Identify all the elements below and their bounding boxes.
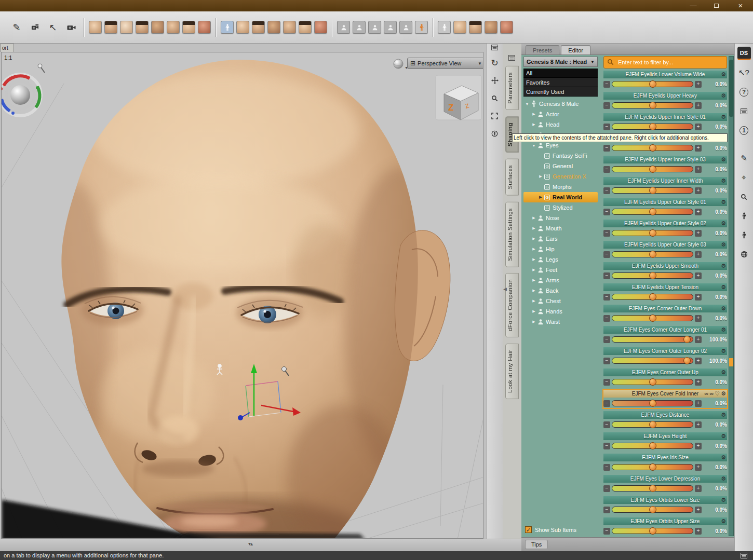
frame-tool-icon[interactable] — [488, 108, 502, 123]
slider-handle[interactable] — [649, 463, 656, 471]
tree-item[interactable]: ▶Legs — [523, 254, 598, 265]
scrollbar-thumb[interactable] — [729, 60, 733, 117]
filter-input[interactable] — [603, 56, 727, 69]
nudge-up-button[interactable]: + — [695, 81, 702, 88]
tree-filter-favorites[interactable]: Favorites — [523, 78, 598, 87]
nudge-up-button[interactable]: + — [695, 124, 702, 130]
tree-item[interactable]: ▶Actor — [523, 109, 598, 119]
nudge-down-button[interactable]: − — [603, 251, 610, 258]
aim-tool-icon[interactable] — [488, 126, 502, 141]
nudge-down-button[interactable]: − — [603, 81, 610, 88]
nudge-down-button[interactable]: − — [603, 209, 610, 215]
expand-closed-icon[interactable]: ▶ — [531, 237, 536, 241]
face-preset-7[interactable] — [182, 21, 195, 34]
pane-menu-icon[interactable] — [491, 45, 499, 51]
slider-header[interactable]: EJFM Eyelids Lower Volume Wide⚙ — [603, 71, 727, 78]
expand-closed-icon[interactable]: ▶ — [531, 309, 536, 313]
slider-track[interactable] — [612, 294, 693, 300]
nudge-up-button[interactable]: + — [695, 464, 702, 471]
slider-gear-icon[interactable]: ⚙ — [721, 368, 726, 376]
slider-gear-icon[interactable]: ⚙ — [721, 347, 726, 355]
maximize-button[interactable] — [708, 0, 724, 11]
tree-item[interactable]: GGeneral — [523, 161, 598, 171]
collapse-handle-icon[interactable]: ▾▴ — [248, 541, 252, 547]
slider-track[interactable] — [612, 230, 693, 236]
slider-gear-icon[interactable]: ⚙ — [721, 454, 726, 461]
slider-header[interactable]: EJFM Eyelids Upper Tension⚙ — [603, 283, 727, 291]
slider-handle[interactable] — [649, 144, 656, 152]
slider-handle[interactable] — [649, 80, 656, 88]
figure-orange-icon[interactable] — [415, 21, 428, 34]
expand-closed-icon[interactable]: ▶ — [531, 257, 536, 262]
face-preset-3[interactable] — [120, 21, 133, 34]
tree-filter-currently-used[interactable]: Currently Used — [523, 87, 598, 97]
nudge-up-button[interactable]: + — [695, 272, 702, 279]
nudge-down-button[interactable]: − — [603, 124, 610, 130]
show-sub-items-row[interactable]: ✓ Show Sub Items — [525, 526, 576, 533]
pane-tab-dforce-companion[interactable]: dForce Companion — [505, 273, 519, 337]
expand-closed-icon[interactable]: ▶ — [531, 320, 536, 324]
nudge-up-button[interactable]: + — [695, 379, 702, 386]
expand-closed-icon[interactable]: ▶ — [531, 299, 536, 303]
figure-template-icon[interactable] — [221, 21, 234, 34]
nudge-up-button[interactable]: + — [695, 507, 702, 513]
face-preset-4[interactable] — [136, 21, 149, 34]
pane-options-icon[interactable] — [741, 552, 748, 560]
slider-track[interactable] — [612, 187, 693, 194]
tips-button[interactable]: Tips — [525, 540, 548, 549]
slider-header[interactable]: EJFM Eyelids Upper Heavy⚙ — [603, 92, 727, 100]
tree-filter-all[interactable]: All — [523, 69, 598, 78]
slider-handle[interactable] — [649, 293, 656, 301]
slider-gear-icon[interactable]: ⚙ — [721, 475, 726, 483]
figure-shape-icon[interactable] — [737, 228, 751, 242]
face-preset-2[interactable] — [104, 21, 117, 34]
slider-header[interactable]: EJFM Eyes Corner Outer Longer 01⚙ — [603, 326, 727, 334]
slider-gear-icon[interactable]: ⚙ — [721, 390, 726, 398]
face-preset-11[interactable] — [267, 21, 280, 34]
slider-handle[interactable] — [649, 229, 656, 237]
tree-item[interactable]: ▶Back — [523, 285, 598, 296]
panel-scrollbar[interactable] — [729, 56, 734, 536]
slider-track[interactable] — [612, 379, 693, 385]
nudge-down-button[interactable]: − — [603, 102, 610, 109]
pane-menu-icon[interactable] — [508, 55, 516, 62]
slider-track[interactable] — [612, 464, 693, 470]
tree-item[interactable]: ▶GGeneration X — [523, 171, 598, 182]
tree-item[interactable]: ▶Hands — [523, 306, 598, 317]
slider-header[interactable]: EJFM Eyelids Upper Smooth⚙ — [603, 262, 727, 270]
tab-editor[interactable]: Editor — [561, 45, 590, 54]
slider-track[interactable] — [612, 166, 693, 172]
slider-header[interactable]: EJFM Eyes Orbits Lower Size⚙ — [603, 496, 727, 504]
expand-closed-icon[interactable]: ▶ — [538, 174, 543, 179]
anatomy-icon-1[interactable] — [337, 21, 350, 34]
face-preset-1[interactable] — [89, 21, 102, 34]
slider-track[interactable] — [612, 400, 693, 406]
slider-gear-icon[interactable]: ⚙ — [721, 71, 726, 78]
tab-presets[interactable]: Presets — [526, 45, 559, 54]
tree-item[interactable]: ▶Feet — [523, 265, 598, 275]
expand-closed-icon[interactable]: ▶ — [531, 247, 536, 251]
slider-gear-icon[interactable]: ⚙ — [721, 326, 726, 334]
nudge-up-button[interactable]: + — [695, 145, 702, 152]
render-icon[interactable]: 1 — [737, 124, 751, 137]
slider-header[interactable]: EJFM Eyes Corner Outer Up⚙ — [603, 368, 727, 376]
nudge-up-button[interactable]: + — [695, 421, 702, 428]
nudge-up-button[interactable]: + — [695, 294, 702, 301]
slider-handle[interactable] — [649, 123, 656, 130]
nudge-up-button[interactable]: + — [695, 358, 702, 364]
tree-item[interactable]: ▶Arms — [523, 275, 598, 285]
slider-favorite-icon[interactable]: ♡ — [715, 390, 720, 398]
slider-track[interactable] — [612, 507, 693, 513]
slider-track[interactable] — [612, 251, 693, 257]
slider-track[interactable] — [612, 81, 693, 87]
globe-icon[interactable] — [737, 248, 751, 261]
show-sub-items-checkbox[interactable]: ✓ — [525, 526, 532, 533]
node-selection-icon[interactable]: ↖ — [45, 20, 61, 35]
shaded-view-button[interactable] — [394, 59, 403, 69]
slider-handle[interactable] — [649, 400, 656, 407]
slider-track[interactable] — [612, 336, 693, 343]
slider-track[interactable] — [612, 528, 693, 534]
view-cube[interactable]: Z Z — [436, 75, 481, 120]
expand-closed-icon[interactable]: ▶ — [531, 112, 536, 116]
tree-item[interactable]: GFantasy SciFi — [523, 151, 598, 161]
